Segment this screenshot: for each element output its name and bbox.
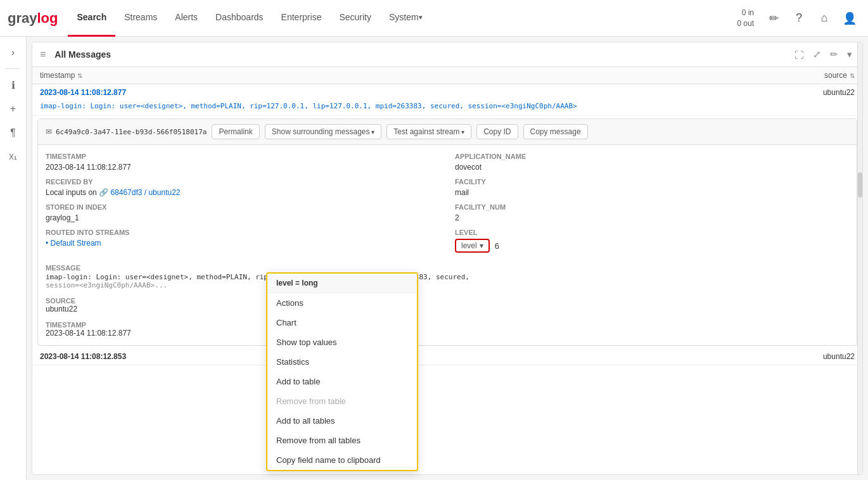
permalink-btn[interactable]: Permalink (212, 124, 259, 139)
bottom-msg-source: ubuntu22 (823, 352, 855, 361)
source-field-label: source (46, 297, 849, 305)
source-label: source (824, 71, 847, 80)
ts-label: timestamp (46, 321, 849, 329)
facility-num-value: 2 (455, 213, 849, 222)
level-dropdown-menu: level = long Actions Chart Show top valu… (266, 272, 418, 471)
timestamp-section: Timestamp 2023-08-14 11:08:12.877 (46, 153, 440, 172)
received-by-label: Received by (46, 178, 440, 186)
panel-toggle-icon[interactable]: ▾ (845, 47, 855, 61)
nav-system[interactable]: System (380, 0, 431, 37)
routed-into-streams-label: Routed into streams (46, 229, 440, 236)
msg-source: ubuntu22 (823, 88, 855, 97)
nav-dashboards[interactable]: Dashboards (207, 0, 272, 37)
dropdown-header: level = long (267, 274, 417, 293)
show-surrounding-btn[interactable]: Show surrounding messages (265, 124, 382, 139)
dropdown-item-remove-from-all-tables[interactable]: Remove from all tables (267, 431, 417, 450)
app-body: › ℹ + ¶ X₁ ≡ All Messages ⛶ ⤢ ✏ ▾ (0, 37, 868, 480)
level-num-value: 6 (495, 241, 499, 251)
table-header: timestamp ⇅ source ⇅ (32, 67, 862, 84)
bottom-msg-timestamp: 2023-08-14 11:08:12.853 (40, 352, 126, 361)
level-section: level level ▾ 6 (455, 229, 849, 253)
sidebar-expand-btn[interactable]: › (3, 42, 24, 63)
nav-streams[interactable]: Streams (115, 0, 166, 37)
panel-edit-icon[interactable]: ✏ (827, 47, 841, 61)
sidebar-subscript-btn[interactable]: X₁ (3, 146, 24, 168)
top-navigation: graylog Search Streams Alerts Dashboards… (0, 0, 868, 37)
message-field-value: imap-login: Login: user=<designet>, meth… (46, 273, 849, 281)
dropdown-item-actions[interactable]: Actions (267, 293, 417, 313)
message-field-label: message (46, 264, 849, 272)
copy-id-btn[interactable]: Copy ID (476, 124, 518, 139)
detail-left: Timestamp 2023-08-14 11:08:12.877 Receiv… (46, 153, 440, 259)
input-link[interactable]: 🔗 68467df3 / ubuntu22 (99, 188, 180, 197)
level-badge-btn[interactable]: level ▾ (455, 239, 490, 253)
nav-security[interactable]: Security (330, 0, 380, 37)
home-icon-btn[interactable]: ⌂ (814, 8, 835, 29)
stored-in-index-label: Stored in index (46, 203, 440, 211)
messages-header: ≡ All Messages ⛶ ⤢ ✏ ▾ (32, 42, 862, 67)
msg-id: ✉ 6c49a9c0-3a47-11ee-b93d-566f0518017a (46, 127, 207, 136)
received-by-section: Received by Local inputs on 🔗 68467df3 /… (46, 178, 440, 197)
nav-enterprise[interactable]: Enterprise (272, 0, 331, 37)
source-field-section: source ubuntu22 (38, 294, 857, 319)
traffic-counter: 0 in 0 out (737, 8, 754, 29)
copy-message-btn[interactable]: Copy message (523, 124, 588, 139)
app-name-label: application_name (455, 153, 849, 160)
timestamp-col-header[interactable]: timestamp ⇅ (40, 71, 167, 80)
nav-search[interactable]: Search (68, 0, 115, 37)
timestamp-field-label: Timestamp (46, 153, 440, 160)
nav-alerts[interactable]: Alerts (166, 0, 207, 37)
local-inputs-text: Local inputs (46, 188, 86, 197)
source-field-value: ubuntu22 (46, 305, 849, 313)
default-stream-link[interactable]: Default Stream (46, 239, 101, 248)
msg-id-text: 6c49a9c0-3a47-11ee-b93d-566f0518017a (56, 128, 207, 136)
edit-icon-btn[interactable]: ✏ (763, 8, 784, 29)
envelope-icon: ✉ (46, 127, 52, 136)
msg-timestamp: 2023-08-14 11:08:12.877 (40, 88, 126, 97)
level-field-label: level (455, 229, 849, 236)
expanded-msg-header: ✉ 6c49a9c0-3a47-11ee-b93d-566f0518017a P… (38, 119, 857, 145)
routed-into-streams-value: Default Stream (46, 239, 440, 248)
message-field-section: message imap-login: Login: user=<designe… (38, 262, 857, 294)
messages-body: 2023-08-14 11:08:12.877 ubuntu22 imap-lo… (32, 84, 862, 460)
sidebar-paragraph-btn[interactable]: ¶ (3, 122, 24, 144)
main-content: ≡ All Messages ⛶ ⤢ ✏ ▾ timestamp ⇅ sourc… (27, 37, 868, 480)
panel-expand-icon[interactable]: ⤢ (810, 47, 824, 61)
sidebar-add-btn[interactable]: + (3, 98, 24, 120)
dropdown-item-show-top-values[interactable]: Show top values (267, 332, 417, 352)
source-sort-icon: ⇅ (850, 72, 855, 79)
panel-header-icons: ⛶ ⤢ ✏ ▾ (792, 47, 855, 61)
panel-grip-icon: ≡ (40, 49, 46, 60)
facility-section: facility mail (455, 178, 849, 197)
sidebar: › ℹ + ¶ X₁ (0, 37, 27, 480)
in-count: 0 in (742, 8, 754, 18)
panel-scrollbar[interactable] (857, 42, 862, 474)
timestamp-field-value: 2023-08-14 11:08:12.877 (46, 163, 440, 172)
messages-panel: ≡ All Messages ⛶ ⤢ ✏ ▾ timestamp ⇅ sourc… (32, 42, 863, 475)
dropdown-item-add-to-table[interactable]: Add to table (267, 372, 417, 391)
scrollbar-thumb (858, 172, 862, 198)
test-against-stream-btn[interactable]: Test against stream (386, 124, 471, 139)
expanded-message: ✉ 6c49a9c0-3a47-11ee-b93d-566f0518017a P… (37, 118, 857, 346)
dropdown-item-copy-field-name[interactable]: Copy field name to clipboard (267, 450, 417, 470)
msg-log-line: imap-login: Login: user=<designet>, meth… (32, 101, 862, 115)
sidebar-info-btn[interactable]: ℹ (3, 74, 24, 96)
level-badge-container: level ▾ 6 (455, 239, 849, 253)
source-col-header[interactable]: source ⇅ (824, 71, 855, 80)
logo: graylog (8, 10, 58, 27)
sidebar-divider (6, 68, 21, 69)
help-icon-btn[interactable]: ? (788, 8, 810, 29)
detail-right: application_name dovecot facility mail f… (455, 153, 849, 259)
logo-gray-text: gray (8, 10, 37, 26)
bottom-msg-row-header: 2023-08-14 11:08:12.853 ubuntu22 (32, 348, 862, 365)
dropdown-item-chart[interactable]: Chart (267, 313, 417, 332)
user-icon-btn[interactable]: 👤 (839, 8, 860, 29)
facility-num-section: facility_num 2 (455, 203, 849, 222)
dropdown-item-add-to-all-tables[interactable]: Add to all tables (267, 411, 417, 431)
dropdown-item-statistics[interactable]: Statistics (267, 352, 417, 372)
received-by-value: Local inputs on 🔗 68467df3 / ubuntu22 (46, 188, 440, 197)
msg-detail-grid: Timestamp 2023-08-14 11:08:12.877 Receiv… (38, 145, 857, 262)
stored-in-index-section: Stored in index graylog_1 (46, 203, 440, 222)
nav-links: Search Streams Alerts Dashboards Enterpr… (68, 0, 737, 37)
panel-compress-icon[interactable]: ⛶ (792, 47, 807, 61)
